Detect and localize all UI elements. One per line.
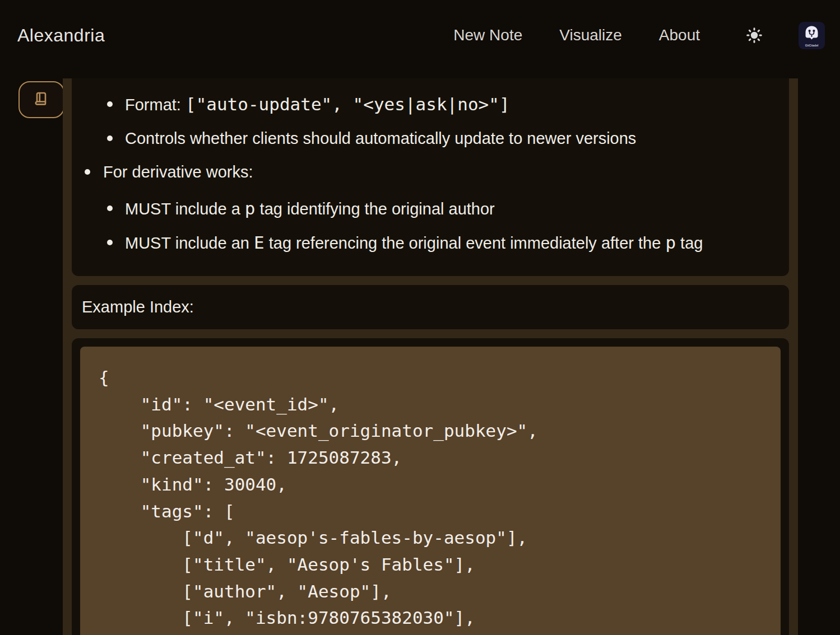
- list-item: For derivative works:: [72, 161, 778, 183]
- example-code-card: { "id": "<event_id>", "pubkey": "<event_…: [72, 338, 789, 635]
- bullet-list: Format: ["auto-update", "<yes|ask|no>"]C…: [72, 94, 778, 254]
- header: Alexandria New NoteVisualizeAbout: [0, 0, 840, 78]
- theme-toggle-button[interactable]: [745, 26, 764, 45]
- gitcitadel-shield-icon: GitCitadel: [799, 22, 825, 49]
- example-index-card: Example Index:: [72, 285, 789, 329]
- code-block: { "id": "<event_id>", "pubkey": "<event_…: [80, 347, 781, 635]
- sidebar-toggle-button[interactable]: [18, 81, 64, 118]
- spec-rules-card: Format: ["auto-update", "<yes|ask|no>"]C…: [72, 78, 789, 276]
- gitcitadel-logo[interactable]: GitCitadel: [799, 22, 825, 49]
- book-icon: [30, 88, 53, 111]
- list-item: MUST include a p tag identifying the ori…: [72, 198, 778, 220]
- brand-logo[interactable]: Alexandria: [17, 25, 105, 46]
- nav-item-new-note[interactable]: New Note: [453, 26, 522, 44]
- example-index-label: Example Index:: [82, 298, 779, 316]
- list-item: Format: ["auto-update", "<yes|ask|no>"]: [72, 94, 778, 115]
- sun-icon: [746, 27, 763, 44]
- svg-text:GitCitadel: GitCitadel: [805, 43, 819, 46]
- content-container: Format: ["auto-update", "<yes|ask|no>"]C…: [63, 78, 798, 635]
- nav-item-visualize[interactable]: Visualize: [559, 26, 622, 44]
- list-item: MUST include an E tag referencing the or…: [72, 232, 778, 254]
- header-nav: New NoteVisualizeAbout: [453, 26, 700, 44]
- list-item: Controls whether clients should automati…: [72, 128, 778, 149]
- nav-item-about[interactable]: About: [659, 26, 700, 44]
